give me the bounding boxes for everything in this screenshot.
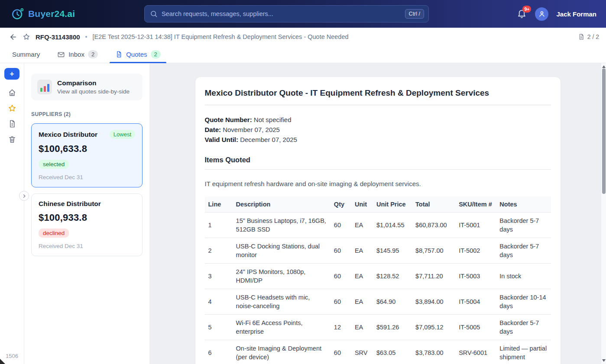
col-unit: Unit — [351, 196, 373, 213]
cell-unit-price: $145.95 — [373, 238, 412, 264]
supplier-name: Mexico Distributor — [39, 131, 97, 139]
suppliers-section-label: SUPPLIERS (2) — [31, 111, 143, 117]
chevron-right-icon — [22, 193, 27, 199]
brand-logo[interactable]: Buyer24.ai — [11, 0, 75, 28]
cell-total: $7,095.12 — [412, 315, 455, 340]
mouse-cursor — [0, 359, 5, 364]
cell-line: 2 — [205, 238, 233, 264]
search-shortcut-hint: Ctrl / — [405, 9, 424, 19]
cell-notes: Limited — partial shipment — [496, 340, 551, 364]
cell-description: 15" Business Laptops, i7, 16GB, 512GB SS… — [233, 213, 331, 238]
search-icon — [150, 10, 158, 18]
document-pager[interactable]: 2 / 2 — [578, 33, 599, 40]
search-placeholder: Search requests, messages, suppliers... — [162, 10, 273, 17]
cell-description: Wi-Fi 6E Access Points, enterprise — [233, 315, 331, 340]
documents-icon[interactable] — [8, 119, 16, 128]
supplier-card-mexico[interactable]: Mexico Distributor Lowest $100,633.8 sel… — [31, 123, 143, 187]
cell-unit: EA — [351, 289, 373, 315]
items-description: IT equipment refresh hardware and on-sit… — [205, 180, 551, 187]
supplier-quote-total: $100,633.8 — [39, 143, 135, 155]
user-name[interactable]: Jack Forman — [556, 10, 596, 18]
comparison-subtitle: View all quotes side-by-side — [57, 88, 130, 95]
quote-detail-card: Mexico Distributor Quote - IT Equipment … — [195, 77, 561, 364]
comparison-title: Comparison — [57, 79, 130, 87]
cell-line: 1 — [205, 213, 233, 238]
cell-notes: Backorder 5-7 days — [496, 238, 551, 264]
quote-date-label: Date: — [205, 126, 221, 133]
suppliers-panel: Comparison View all quotes side-by-side … — [24, 63, 149, 364]
rfq-id: RFQ-31143800 — [36, 33, 80, 41]
pager-label: 2 / 2 — [587, 33, 599, 40]
icon-rail: + 1506 — [0, 63, 24, 364]
quote-number-field: Quote Number: Not specified — [205, 115, 551, 125]
back-button[interactable] — [9, 33, 17, 41]
cell-total: $60,873.00 — [412, 213, 455, 238]
cell-unit: EA — [351, 315, 373, 340]
cell-line: 6 — [205, 340, 233, 364]
vertical-scrollbar[interactable] — [601, 63, 606, 364]
main-content: Mexico Distributor Quote - IT Equipment … — [149, 63, 606, 364]
cell-sku: IT-5005 — [455, 315, 496, 340]
tab-summary-label: Summary — [12, 51, 40, 58]
cell-unit-price: $63.05 — [373, 340, 412, 364]
cell-total: $3,783.00 — [412, 340, 455, 364]
quote-title: Mexico Distributor Quote - IT Equipment … — [205, 87, 551, 99]
cell-qty: 60 — [331, 264, 351, 289]
col-notes: Notes — [496, 196, 551, 213]
cell-unit-price: $1,014.55 — [373, 213, 412, 238]
quotes-count-badge: 2 — [151, 50, 161, 58]
top-navigation: Buyer24.ai Search requests, messages, su… — [0, 0, 606, 28]
col-total: Total — [412, 196, 455, 213]
favorite-star-icon[interactable] — [23, 33, 30, 41]
scroll-down-arrow-icon[interactable] — [601, 358, 606, 363]
cell-notes: Backorder 10-14 days — [496, 289, 551, 315]
tab-inbox[interactable]: Inbox 2 — [57, 46, 98, 63]
tab-quotes[interactable]: Quotes 2 — [115, 46, 161, 63]
person-icon — [538, 10, 546, 18]
status-badge: selected — [39, 160, 69, 169]
user-avatar[interactable] — [535, 7, 548, 21]
col-line: Line — [205, 196, 233, 213]
trash-icon[interactable] — [8, 135, 16, 144]
table-header-row: Line Description Qty Unit Unit Price Tot… — [205, 196, 551, 213]
cell-sku: IT-5001 — [455, 213, 496, 238]
col-qty: Qty — [331, 196, 351, 213]
cell-unit: EA — [351, 264, 373, 289]
tab-inbox-label: Inbox — [68, 51, 84, 58]
cell-qty: 60 — [331, 340, 351, 364]
cell-unit-price: $64.90 — [373, 289, 412, 315]
cell-unit-price: $591.26 — [373, 315, 412, 340]
cell-description: USB-C Headsets with mic, noise-canceling — [233, 289, 331, 315]
scrollbar-thumb[interactable] — [602, 68, 606, 194]
cell-qty: 12 — [331, 315, 351, 340]
favorites-star-icon[interactable] — [8, 104, 16, 113]
cell-unit: EA — [351, 238, 373, 264]
cell-sku: SRV-6001 — [455, 340, 496, 364]
table-row: 5 Wi-Fi 6E Access Points, enterprise 12 … — [205, 315, 551, 340]
rfq-title: [E2E Test 2025-12-31 14:38] IT Equipment… — [92, 33, 348, 40]
cell-qty: 60 — [331, 238, 351, 264]
cell-unit: SRV — [351, 340, 373, 364]
tab-summary[interactable]: Summary — [12, 46, 40, 63]
supplier-name: Chinese Distributor — [39, 200, 101, 208]
create-new-button[interactable]: + — [4, 68, 19, 80]
cell-description: USB-C Docking Stations, dual monitor — [233, 238, 331, 264]
global-search-input[interactable]: Search requests, messages, suppliers... … — [144, 5, 429, 23]
comparison-card[interactable]: Comparison View all quotes side-by-side — [31, 74, 143, 100]
divider — [205, 169, 551, 170]
table-row: 3 24" IPS Monitors, 1080p, HDMI/DP 60 EA… — [205, 264, 551, 289]
quote-valid-until-field: Valid Until: December 07, 2025 — [205, 135, 551, 145]
cell-sku: IT-5002 — [455, 238, 496, 264]
home-icon[interactable] — [8, 88, 16, 97]
cell-unit-price: $128.52 — [373, 264, 412, 289]
breadcrumb: RFQ-31143800 • [E2E Test 2025-12-31 14:3… — [0, 28, 606, 46]
lowest-price-badge: Lowest — [110, 130, 135, 139]
notifications-button[interactable]: 9+ — [517, 9, 527, 19]
table-row: 2 USB-C Docking Stations, dual monitor 6… — [205, 238, 551, 264]
cell-total: $3,894.00 — [412, 289, 455, 315]
quote-document-icon — [115, 51, 123, 58]
cell-unit: EA — [351, 213, 373, 238]
cell-sku: IT-5004 — [455, 289, 496, 315]
panel-collapse-toggle[interactable] — [19, 191, 29, 201]
supplier-card-chinese[interactable]: Chinese Distributor $100,933.8 declined … — [31, 193, 143, 256]
